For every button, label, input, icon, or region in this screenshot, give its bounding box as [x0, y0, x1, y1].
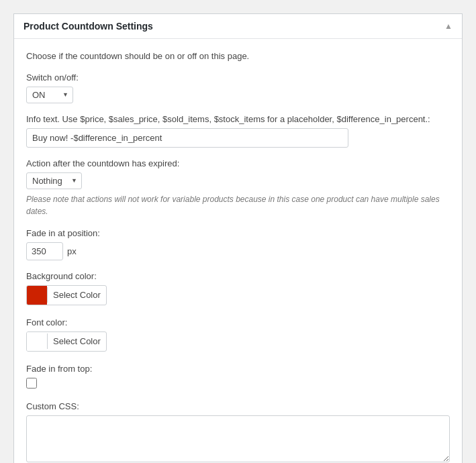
collapse-icon[interactable]: ▲: [444, 21, 453, 31]
fade-from-top-label: Fade in from top:: [26, 364, 450, 374]
switch-select[interactable]: ON OFF: [26, 87, 73, 103]
action-field-group: Action after the countdown has expired: …: [26, 158, 450, 217]
fade-in-field-group: Fade in at position: px: [26, 228, 450, 260]
background-color-label: Background color:: [26, 271, 450, 281]
font-color-label: Font color:: [26, 317, 450, 327]
fade-in-unit: px: [67, 246, 77, 256]
panel-title: Product Countdown Settings: [23, 21, 153, 32]
font-color-button[interactable]: Select Color: [26, 331, 107, 352]
background-color-button[interactable]: Select Color: [26, 285, 107, 305]
info-text-field-group: Info text. Use $price, $sales_price, $so…: [26, 114, 450, 148]
fade-from-top-checkbox[interactable]: [26, 378, 37, 389]
fade-from-top-field-group: Fade in from top:: [26, 364, 450, 391]
action-select-wrapper: Nothing Hide Remove: [26, 172, 82, 189]
fade-in-input[interactable]: [26, 242, 63, 260]
fade-in-inline: px: [26, 242, 450, 260]
background-color-select-label: Select Color: [47, 287, 106, 303]
panel-header: Product Countdown Settings ▲: [14, 14, 462, 39]
switch-label: Switch on/off:: [26, 72, 450, 83]
background-color-swatch: [27, 286, 47, 305]
background-color-field-group: Background color: Select Color: [26, 271, 450, 307]
font-color-swatch: [27, 332, 47, 351]
switch-field-group: Switch on/off: ON OFF: [26, 72, 450, 103]
font-color-field-group: Font color: Select Color: [26, 317, 450, 353]
product-countdown-settings-panel: Product Countdown Settings ▲ Choose if t…: [13, 13, 463, 463]
intro-text: Choose if the countdown should be on or …: [26, 50, 450, 63]
switch-select-wrapper: ON OFF: [26, 87, 73, 103]
action-select[interactable]: Nothing Hide Remove: [26, 172, 82, 189]
action-notice: Please note that actions will not work f…: [26, 193, 450, 217]
action-label: Action after the countdown has expired:: [26, 158, 450, 168]
custom-css-field-group: Custom CSS:: [26, 401, 450, 464]
info-text-label: Info text. Use $price, $sales_price, $so…: [26, 114, 450, 124]
font-color-select-label: Select Color: [47, 333, 106, 349]
panel-body: Choose if the countdown should be on or …: [14, 39, 462, 463]
fade-in-label: Fade in at position:: [26, 228, 450, 238]
custom-css-label: Custom CSS:: [26, 401, 450, 411]
info-text-input[interactable]: [26, 128, 348, 148]
custom-css-textarea[interactable]: [26, 415, 450, 462]
